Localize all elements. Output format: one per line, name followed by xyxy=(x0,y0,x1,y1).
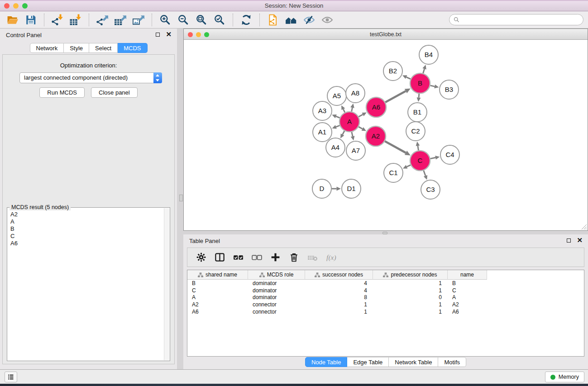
table-cell[interactable]: A2 xyxy=(448,301,487,308)
import-table-button[interactable] xyxy=(67,13,85,27)
graph-edge-B-B4[interactable] xyxy=(423,69,425,73)
network-window-titlebar[interactable]: testGlobe.txt xyxy=(184,29,588,40)
new-network-from-selection-button[interactable] xyxy=(264,13,282,27)
network-close-button[interactable] xyxy=(188,32,193,37)
add-column-button[interactable] xyxy=(267,249,284,266)
refresh-button[interactable] xyxy=(237,13,255,27)
table-row[interactable]: Bdominator41B xyxy=(187,280,584,287)
search-input[interactable] xyxy=(460,15,583,24)
first-neighbors-button[interactable] xyxy=(282,13,300,27)
graph-edge-A-A3[interactable] xyxy=(336,116,339,118)
graph-edge-A-A1[interactable] xyxy=(336,125,339,127)
zoom-fit-button[interactable] xyxy=(192,13,210,27)
graph-edge-C-C2[interactable] xyxy=(418,146,419,150)
column-header-MCDS-role[interactable]: MCDS role xyxy=(248,270,305,280)
table-cell[interactable]: 4 xyxy=(305,280,373,286)
close-panel-icon[interactable]: ✕ xyxy=(166,32,172,37)
search-field[interactable] xyxy=(449,14,583,25)
table-cell[interactable]: B xyxy=(448,280,487,286)
tab-select[interactable]: Select xyxy=(89,43,118,53)
column-header-successor-nodes[interactable]: successor nodes xyxy=(305,270,373,280)
table-row[interactable]: A6connector11A6 xyxy=(187,308,584,315)
zoom-in-button[interactable] xyxy=(156,13,174,27)
close-table-panel-icon[interactable]: ✕ xyxy=(577,238,583,243)
table-cell[interactable]: A xyxy=(187,294,248,300)
table-cell[interactable]: 8 xyxy=(305,294,373,300)
close-window-button[interactable] xyxy=(4,3,10,9)
graph-edge-A-A5[interactable] xyxy=(343,109,345,112)
graph-edge-A-A7[interactable] xyxy=(352,132,353,136)
show-all-button[interactable] xyxy=(318,13,336,27)
table-cell[interactable]: dominator xyxy=(248,294,305,300)
table-cell[interactable]: 1 xyxy=(373,301,448,308)
export-image-button[interactable] xyxy=(129,13,148,27)
graph-edge-B-B2[interactable] xyxy=(406,77,411,79)
graph-edge-A-A2[interactable] xyxy=(359,127,363,129)
toggle-columns-button[interactable] xyxy=(211,249,228,266)
graph-edge-B-B3[interactable] xyxy=(430,86,435,86)
graph-edge-A-A6[interactable] xyxy=(359,114,363,117)
table-cell[interactable]: 1 xyxy=(373,287,448,294)
table-cell[interactable]: A6 xyxy=(187,309,248,315)
graph-edge-A-A4[interactable] xyxy=(343,131,344,134)
table-cell[interactable]: A6 xyxy=(448,309,487,315)
tab-network[interactable]: Network xyxy=(29,43,64,53)
table-row[interactable]: Cdominator41C xyxy=(187,287,584,294)
window-resize-grip[interactable] xyxy=(580,223,587,230)
mcds-result-item[interactable]: C xyxy=(10,233,163,240)
network-zoom-button[interactable] xyxy=(204,32,209,37)
table-cell[interactable]: 1 xyxy=(373,280,448,286)
table-row[interactable]: Adominator80A xyxy=(187,294,584,301)
zoom-out-button[interactable] xyxy=(174,13,192,27)
tab-node-table[interactable]: Node Table xyxy=(305,357,348,367)
zoom-selected-button[interactable] xyxy=(210,13,229,27)
table-cell[interactable]: A xyxy=(448,294,487,300)
graph-edge-C-C1[interactable] xyxy=(407,165,411,167)
export-network-button[interactable] xyxy=(93,13,111,27)
table-row[interactable]: A2connector11A2 xyxy=(187,301,584,308)
delete-columns-button[interactable] xyxy=(286,249,302,266)
export-table-button[interactable] xyxy=(111,13,129,27)
column-header-predecessor-nodes[interactable]: predecessor nodes xyxy=(373,270,448,280)
graph-edge-A-A8[interactable] xyxy=(352,108,353,112)
graph-edge-C-C4[interactable] xyxy=(430,157,436,158)
function-builder-button[interactable]: f(x) xyxy=(323,249,339,266)
mcds-result-item[interactable]: A2 xyxy=(10,211,163,218)
tab-style[interactable]: Style xyxy=(64,43,89,53)
mcds-result-item[interactable]: B xyxy=(10,225,163,233)
graph-edge-C-C3[interactable] xyxy=(424,171,425,176)
table-cell[interactable]: 4 xyxy=(305,287,373,294)
column-header-shared-name[interactable]: shared name xyxy=(187,270,248,280)
table-cell[interactable]: 1 xyxy=(305,301,373,308)
settings-button[interactable] xyxy=(193,249,210,266)
run-mcds-button[interactable]: Run MCDS xyxy=(39,87,85,98)
hide-selected-button[interactable] xyxy=(300,13,318,27)
optimization-criterion-select[interactable]: largest connected component (directed) xyxy=(19,72,162,83)
graph-edge-B-B1[interactable] xyxy=(419,94,419,98)
mcds-result-item[interactable]: A xyxy=(10,218,163,225)
column-header-name[interactable]: name xyxy=(448,270,487,280)
delete-table-button[interactable] xyxy=(304,249,321,266)
zoom-window-button[interactable] xyxy=(22,3,28,9)
network-minimize-button[interactable] xyxy=(196,32,201,37)
select-all-button[interactable] xyxy=(230,249,247,266)
table-cell[interactable]: A2 xyxy=(187,301,248,308)
tab-edge-table[interactable]: Edge Table xyxy=(347,357,389,367)
tab-mcds[interactable]: MCDS xyxy=(118,43,147,53)
table-cell[interactable]: C xyxy=(448,287,487,294)
table-cell[interactable]: 0 xyxy=(373,294,448,300)
table-cell[interactable]: 1 xyxy=(305,309,373,315)
result-scrollbar[interactable] xyxy=(164,208,169,360)
float-panel-icon[interactable] xyxy=(156,33,160,37)
table-cell[interactable]: dominator xyxy=(248,280,305,286)
table-cell[interactable]: B xyxy=(187,280,248,286)
tab-network-table[interactable]: Network Table xyxy=(389,357,438,367)
close-panel-button[interactable]: Close panel xyxy=(91,87,138,98)
table-cell[interactable]: 1 xyxy=(373,309,448,315)
graph-edge-A6-B[interactable] xyxy=(385,91,406,102)
import-network-button[interactable] xyxy=(48,13,67,27)
float-table-panel-icon[interactable] xyxy=(567,238,571,243)
table-cell[interactable]: dominator xyxy=(248,287,305,294)
graph-edge-A2-C[interactable] xyxy=(385,141,406,153)
table-cell[interactable]: connector xyxy=(248,309,305,315)
